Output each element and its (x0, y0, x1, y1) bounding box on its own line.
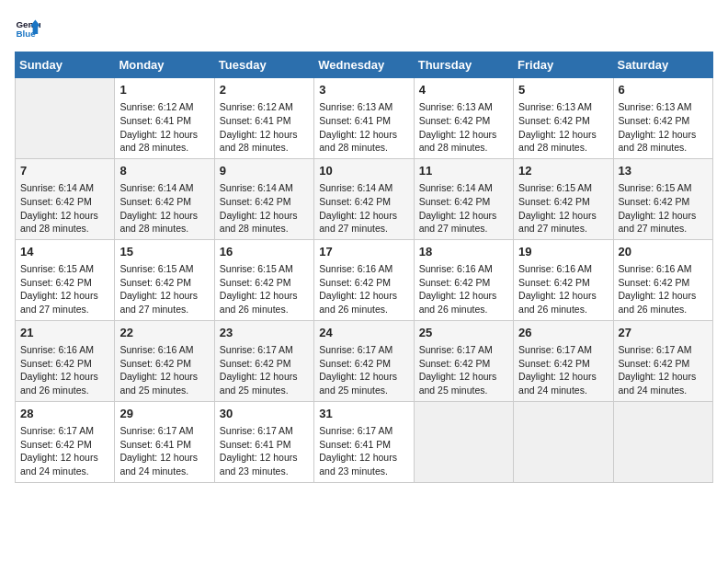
daylight-text: Daylight: 12 hours and 25 minutes. (319, 371, 397, 396)
sunset-text: Sunset: 6:42 PM (619, 277, 690, 288)
sunset-text: Sunset: 6:42 PM (619, 358, 690, 369)
sunset-text: Sunset: 6:41 PM (119, 115, 191, 126)
day-number: 8 (119, 163, 209, 179)
daylight-text: Daylight: 12 hours and 27 minutes. (20, 290, 98, 315)
daylight-text: Daylight: 12 hours and 28 minutes. (419, 129, 497, 154)
day-number: 16 (220, 244, 309, 260)
calendar-cell: 14Sunrise: 6:15 AMSunset: 6:42 PMDayligh… (16, 239, 115, 320)
daylight-text: Daylight: 12 hours and 27 minutes. (518, 210, 597, 235)
sunset-text: Sunset: 6:42 PM (419, 277, 491, 288)
calendar-cell: 9Sunrise: 6:14 AMSunset: 6:42 PMDaylight… (214, 158, 313, 239)
calendar-cell: 29Sunrise: 6:17 AMSunset: 6:41 PMDayligh… (115, 401, 214, 482)
calendar-cell: 7Sunrise: 6:14 AMSunset: 6:42 PMDaylight… (16, 158, 115, 239)
sunset-text: Sunset: 6:41 PM (220, 439, 291, 450)
day-number: 19 (518, 244, 608, 260)
sunrise-text: Sunrise: 6:17 AM (319, 344, 392, 355)
day-number: 31 (319, 406, 408, 422)
sunset-text: Sunset: 6:42 PM (319, 358, 391, 369)
sunset-text: Sunset: 6:41 PM (319, 439, 391, 450)
sunset-text: Sunset: 6:41 PM (319, 115, 391, 126)
sunset-text: Sunset: 6:42 PM (518, 358, 590, 369)
sunset-text: Sunset: 6:42 PM (319, 196, 391, 207)
sunrise-text: Sunrise: 6:17 AM (220, 344, 293, 355)
daylight-text: Daylight: 12 hours and 23 minutes. (220, 452, 298, 477)
calendar-cell (16, 78, 115, 159)
daylight-text: Daylight: 12 hours and 25 minutes. (419, 371, 497, 396)
calendar-cell (514, 401, 613, 482)
calendar-cell (613, 401, 712, 482)
day-number: 30 (220, 406, 309, 422)
daylight-text: Daylight: 12 hours and 24 minutes. (518, 371, 597, 396)
weekday-header-saturday: Saturday (613, 52, 712, 78)
daylight-text: Daylight: 12 hours and 28 minutes. (619, 129, 697, 154)
sunrise-text: Sunrise: 6:17 AM (220, 425, 293, 436)
sunrise-text: Sunrise: 6:14 AM (220, 182, 293, 193)
calendar-cell: 20Sunrise: 6:16 AMSunset: 6:42 PMDayligh… (613, 239, 712, 320)
sunset-text: Sunset: 6:42 PM (20, 439, 92, 450)
sunrise-text: Sunrise: 6:15 AM (619, 182, 692, 193)
daylight-text: Daylight: 12 hours and 26 minutes. (518, 290, 597, 315)
calendar-cell: 12Sunrise: 6:15 AMSunset: 6:42 PMDayligh… (514, 158, 613, 239)
calendar-cell: 27Sunrise: 6:17 AMSunset: 6:42 PMDayligh… (613, 320, 712, 401)
sunset-text: Sunset: 6:42 PM (20, 277, 92, 288)
daylight-text: Daylight: 12 hours and 28 minutes. (220, 210, 298, 235)
sunrise-text: Sunrise: 6:15 AM (20, 263, 94, 274)
day-number: 1 (119, 82, 209, 98)
sunset-text: Sunset: 6:42 PM (119, 358, 191, 369)
sunrise-text: Sunrise: 6:16 AM (319, 263, 392, 274)
sunset-text: Sunset: 6:42 PM (518, 277, 590, 288)
sunset-text: Sunset: 6:42 PM (20, 196, 92, 207)
day-number: 9 (220, 163, 309, 179)
day-number: 10 (319, 163, 408, 179)
calendar-cell: 11Sunrise: 6:14 AMSunset: 6:42 PMDayligh… (414, 158, 513, 239)
sunrise-text: Sunrise: 6:16 AM (619, 263, 692, 274)
daylight-text: Daylight: 12 hours and 25 minutes. (220, 371, 298, 396)
weekday-header-sunday: Sunday (16, 52, 115, 78)
daylight-text: Daylight: 12 hours and 28 minutes. (119, 210, 198, 235)
sunrise-text: Sunrise: 6:12 AM (119, 101, 193, 112)
calendar-cell: 1Sunrise: 6:12 AMSunset: 6:41 PMDaylight… (115, 78, 214, 159)
sunrise-text: Sunrise: 6:14 AM (419, 182, 493, 193)
sunrise-text: Sunrise: 6:16 AM (20, 344, 94, 355)
sunrise-text: Sunrise: 6:15 AM (220, 263, 293, 274)
daylight-text: Daylight: 12 hours and 26 minutes. (20, 371, 98, 396)
sunrise-text: Sunrise: 6:14 AM (319, 182, 392, 193)
sunrise-text: Sunrise: 6:13 AM (518, 101, 592, 112)
sunrise-text: Sunrise: 6:14 AM (119, 182, 193, 193)
sunrise-text: Sunrise: 6:13 AM (319, 101, 392, 112)
sunrise-text: Sunrise: 6:17 AM (119, 425, 193, 436)
sunrise-text: Sunrise: 6:17 AM (20, 425, 94, 436)
day-number: 26 (518, 325, 608, 341)
sunset-text: Sunset: 6:42 PM (518, 115, 590, 126)
day-number: 6 (619, 82, 708, 98)
daylight-text: Daylight: 12 hours and 27 minutes. (419, 210, 497, 235)
calendar-cell: 3Sunrise: 6:13 AMSunset: 6:41 PMDaylight… (314, 78, 414, 159)
calendar-cell: 26Sunrise: 6:17 AMSunset: 6:42 PMDayligh… (514, 320, 613, 401)
day-number: 29 (119, 406, 209, 422)
day-number: 24 (319, 325, 408, 341)
sunset-text: Sunset: 6:42 PM (20, 358, 92, 369)
sunset-text: Sunset: 6:42 PM (419, 115, 491, 126)
day-number: 11 (419, 163, 508, 179)
daylight-text: Daylight: 12 hours and 27 minutes. (619, 210, 697, 235)
calendar-table: SundayMondayTuesdayWednesdayThursdayFrid… (15, 52, 713, 483)
sunrise-text: Sunrise: 6:16 AM (518, 263, 592, 274)
calendar-cell: 22Sunrise: 6:16 AMSunset: 6:42 PMDayligh… (115, 320, 214, 401)
weekday-header-tuesday: Tuesday (214, 52, 313, 78)
calendar-cell (414, 401, 513, 482)
day-number: 2 (220, 82, 309, 98)
daylight-text: Daylight: 12 hours and 26 minutes. (419, 290, 497, 315)
day-number: 27 (619, 325, 708, 341)
calendar-cell: 10Sunrise: 6:14 AMSunset: 6:42 PMDayligh… (314, 158, 414, 239)
sunrise-text: Sunrise: 6:12 AM (220, 101, 293, 112)
calendar-cell: 28Sunrise: 6:17 AMSunset: 6:42 PMDayligh… (16, 401, 115, 482)
day-number: 21 (20, 325, 109, 341)
weekday-header-friday: Friday (514, 52, 613, 78)
sunrise-text: Sunrise: 6:17 AM (619, 344, 692, 355)
calendar-cell: 24Sunrise: 6:17 AMSunset: 6:42 PMDayligh… (314, 320, 414, 401)
day-number: 18 (419, 244, 508, 260)
sunset-text: Sunset: 6:42 PM (220, 277, 291, 288)
calendar-cell: 30Sunrise: 6:17 AMSunset: 6:41 PMDayligh… (214, 401, 313, 482)
daylight-text: Daylight: 12 hours and 26 minutes. (319, 290, 397, 315)
daylight-text: Daylight: 12 hours and 23 minutes. (319, 452, 397, 477)
